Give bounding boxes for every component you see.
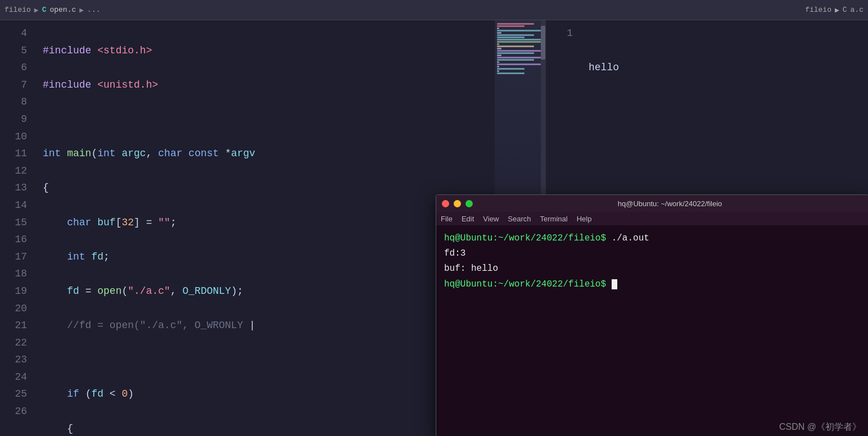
traffic-light-yellow[interactable]	[454, 200, 461, 207]
watermark: CSDN @《初学者》	[772, 418, 868, 436]
right-breadcrumb-fileio: fileio	[805, 6, 831, 14]
right-code-line-1: hello	[589, 59, 868, 76]
traffic-light-red[interactable]	[442, 200, 449, 207]
terminal-fd-output: fd:3	[444, 248, 465, 258]
right-arrow1: ▶	[835, 6, 839, 15]
line-numbers: 4 5 6 7 8 9 10 11 12 13 14 15 16 17 18 1…	[0, 20, 34, 436]
terminal-line-4: hq@Ubuntu:~/work/24022/fileio$	[444, 277, 860, 292]
terminal-window[interactable]: hq@Ubuntu: ~/work/24022/fileio File Edit…	[436, 194, 868, 436]
traffic-light-green[interactable]	[465, 200, 473, 207]
right-line-num-1: 1	[546, 25, 573, 42]
menu-view[interactable]: View	[483, 215, 499, 223]
terminal-menubar: File Edit View Search Terminal Help	[436, 212, 868, 225]
terminal-titlebar: hq@Ubuntu: ~/work/24022/fileio	[436, 195, 868, 212]
left-arrow2: ▶	[79, 6, 84, 15]
right-tab[interactable]: fileio ▶ C a.c	[805, 6, 864, 15]
minimap-lines	[495, 20, 545, 77]
menu-file[interactable]: File	[441, 215, 453, 223]
terminal-title: hq@Ubuntu: ~/work/24022/fileio	[477, 199, 862, 208]
terminal-buf-output: buf: hello	[444, 264, 498, 274]
left-tab[interactable]: fileio ▶ C open.c ▶ ...	[4, 6, 101, 15]
left-dots: ...	[87, 6, 100, 14]
right-filename: a.c	[851, 6, 864, 14]
menu-search[interactable]: Search	[508, 215, 531, 223]
right-c-icon: C	[843, 6, 847, 14]
menu-terminal[interactable]: Terminal	[540, 215, 568, 223]
terminal-line-2: fd:3	[444, 246, 860, 261]
code-content: #include <stdio.h> #include <unistd.h> i…	[34, 20, 495, 436]
menu-help[interactable]: Help	[577, 215, 592, 223]
left-filename: open.c	[49, 6, 76, 14]
left-arrow1: ▶	[34, 6, 39, 15]
minimap-thumb	[541, 26, 545, 60]
terminal-prompt-1: hq@Ubuntu:~/work/24022/fileio$	[444, 233, 606, 243]
terminal-cursor	[612, 279, 617, 289]
tab-bar: fileio ▶ C open.c ▶ ... fileio ▶ C a.c	[0, 0, 868, 20]
left-c-icon: C	[42, 6, 47, 14]
terminal-line-1: hq@Ubuntu:~/work/24022/fileio$ ./a.out	[444, 231, 860, 246]
terminal-cmd-1: ./a.out	[606, 233, 649, 243]
left-breadcrumb-fileio: fileio	[4, 6, 31, 14]
terminal-body[interactable]: hq@Ubuntu:~/work/24022/fileio$ ./a.out f…	[436, 225, 868, 436]
menu-edit[interactable]: Edit	[462, 215, 474, 223]
terminal-prompt-2: hq@Ubuntu:~/work/24022/fileio$	[444, 279, 606, 289]
main-content: 4 5 6 7 8 9 10 11 12 13 14 15 16 17 18 1…	[0, 20, 868, 436]
terminal-line-3: buf: hello	[444, 261, 860, 276]
